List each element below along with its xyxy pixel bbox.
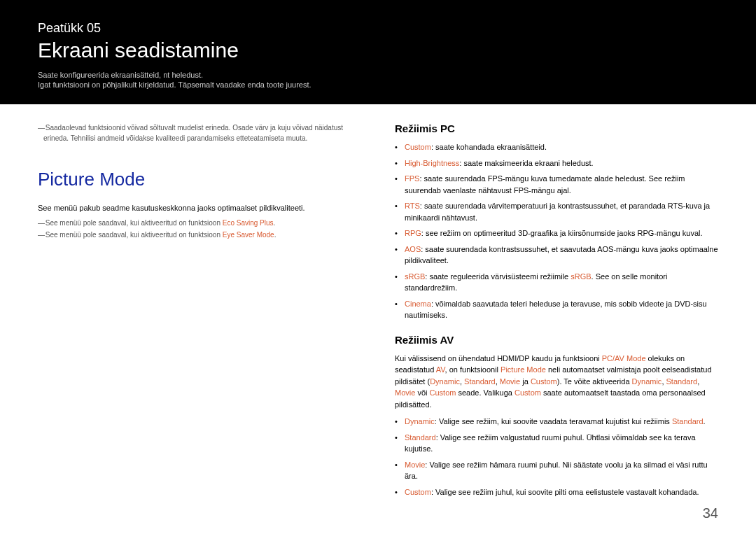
list-item: Custom: Valige see režiim juhul, kui soo… (395, 486, 718, 498)
av-movie: Movie (405, 461, 425, 469)
left-column: Saadaolevad funktsioonid võivad sõltuval… (38, 122, 367, 510)
movie-label: Movie (500, 377, 520, 386)
picture-mode-label: Picture Mode (500, 365, 546, 374)
disclaimer-note: Saadaolevad funktsioonid võivad sõltuval… (38, 122, 367, 143)
av-label: AV (436, 365, 445, 374)
pc-mode-heading: Režiimis PC (395, 122, 718, 134)
note-eco-text: See menüü pole saadaval, kui aktiveeritu… (46, 219, 223, 227)
note-eco-saving: See menüü pole saadaval, kui aktiveeritu… (38, 218, 367, 228)
dynamic-label: Dynamic (430, 377, 460, 386)
list-item: Custom: saate kohandada ekraanisätteid. (395, 141, 718, 153)
eco-saving-plus-label: Eco Saving Plus (223, 219, 274, 227)
list-item: AOS: saate suurendada kontrastsussuhet, … (395, 244, 718, 267)
movie-label-2: Movie (395, 388, 415, 397)
eye-saver-mode-label: Eye Saver Mode (223, 231, 274, 239)
note-eye-text: See menüü pole saadaval, kui aktiveeritu… (46, 231, 223, 239)
list-item: Cinema: võimaldab saavutada teleri heled… (395, 298, 718, 321)
header-subtitle-1: Saate konfigureerida ekraanisätteid, nt … (38, 71, 718, 79)
dynamic-label-2: Dynamic (632, 377, 662, 386)
list-item: Movie: Valige see režiim hämara ruumi pu… (395, 459, 718, 482)
av-standard-ref: Standard (672, 417, 704, 426)
av-dynamic: Dynamic (405, 417, 435, 426)
custom-label-3: Custom (514, 388, 541, 397)
picture-mode-description: See menüü pakub seadme kasutuskeskkonna … (38, 203, 367, 213)
standard-label-2: Standard (666, 377, 698, 386)
list-item: RPG: see režiim on optimeeritud 3D-graaf… (395, 227, 718, 239)
list-item: Dynamic: Valige see režiim, kui soovite … (395, 416, 718, 428)
page-header: Peatükk 05 Ekraani seadistamine Saate ko… (0, 0, 756, 104)
av-mode-list: Dynamic: Valige see režiim, kui soovite … (395, 416, 718, 498)
custom-label-2: Custom (430, 388, 456, 397)
mode-aos: AOS (405, 245, 421, 253)
mode-rpg: RPG (405, 229, 421, 237)
custom-label: Custom (531, 377, 557, 386)
standard-label: Standard (464, 377, 496, 386)
note-eye-saver: See menüü pole saadaval, kui aktiveeritu… (38, 230, 367, 240)
page-number: 34 (703, 505, 718, 521)
list-item: Standard: Valige see režiim valgustatud … (395, 432, 718, 455)
mode-srgb-2: sRGB (570, 272, 591, 281)
pc-av-mode-label: PC/AV Mode (602, 354, 646, 363)
page-title: Ekraani seadistamine (38, 38, 718, 62)
list-item: High-Brightness: saate maksimeerida ekra… (395, 157, 718, 169)
pc-mode-list: Custom: saate kohandada ekraanisätteid. … (395, 141, 718, 321)
content-area: Saadaolevad funktsioonid võivad sõltuval… (0, 104, 756, 510)
list-item: FPS: saate suurendada FPS-mängu kuva tum… (395, 173, 718, 196)
mode-rts: RTS (405, 202, 420, 210)
av-mode-heading: Režiimis AV (395, 334, 718, 346)
mode-fps: FPS (405, 174, 419, 183)
section-title-picture-mode: Picture Mode (38, 169, 367, 190)
list-item: sRGB: saate reguleerida värvisüsteemi re… (395, 271, 718, 294)
mode-high-brightness: High-Brightness (405, 159, 459, 167)
mode-custom: Custom (405, 143, 431, 151)
chapter-label: Peatükk 05 (38, 21, 718, 36)
list-item: RTS: saate suurendada värvitemperatuuri … (395, 200, 718, 223)
av-custom: Custom (405, 488, 431, 496)
av-standard: Standard (405, 433, 436, 442)
mode-cinema: Cinema (405, 300, 431, 308)
right-column: Režiimis PC Custom: saate kohandada ekra… (395, 122, 718, 510)
av-mode-paragraph: Kui välissisend on ühendatud HDMI/DP kau… (395, 353, 718, 411)
header-subtitle-2: Igat funktsiooni on põhjalikult kirjelda… (38, 80, 718, 89)
mode-srgb: sRGB (405, 272, 425, 281)
